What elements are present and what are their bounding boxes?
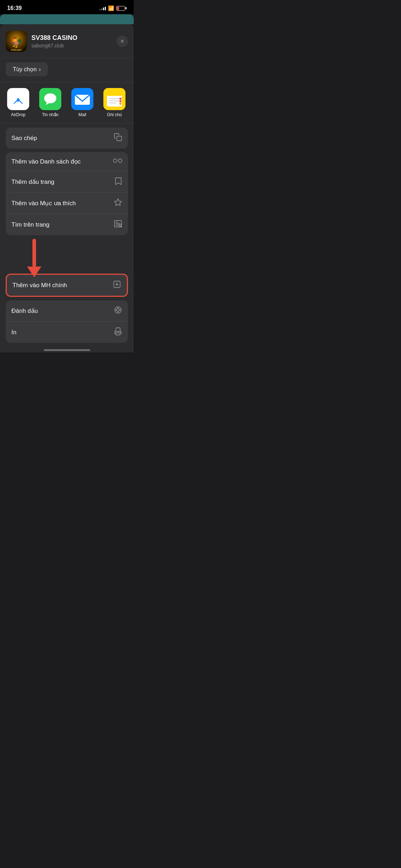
airdrop-icon [7, 88, 29, 110]
print-label: In [11, 329, 16, 336]
find-label: Tìm trên trang [11, 221, 50, 228]
svg-rect-25 [117, 136, 122, 141]
notes-icon [103, 88, 125, 110]
print-icon [114, 327, 122, 337]
svg-point-8 [44, 93, 56, 103]
home-indicator [0, 346, 134, 352]
close-icon: × [120, 38, 124, 45]
svg-point-27 [118, 159, 122, 162]
status-icons: 📶 [99, 5, 127, 11]
copy-action[interactable]: Sao chép [6, 128, 128, 149]
markup-icon [114, 306, 122, 316]
chevron-icon: › [39, 66, 41, 73]
svg-point-39 [117, 309, 119, 311]
share-app-notes[interactable]: Ghi chú [102, 88, 127, 117]
copy-icon [114, 133, 122, 143]
action-list: Sao chép Thêm vào Danh sách đọc [0, 123, 134, 343]
find-action[interactable]: Tìm trên trang [6, 214, 128, 235]
svg-text:SABong67: SABong67 [11, 49, 22, 51]
add-home-label: Thêm vào MH chính [12, 282, 67, 289]
options-label: Tùy chọn [13, 66, 37, 73]
action-group-copy: Sao chép [6, 128, 128, 149]
bookmark-icon [114, 177, 122, 187]
mail-icon [71, 88, 93, 110]
favorites-label: Thêm vào Mục ưa thích [11, 200, 76, 207]
share-header: 🐓 SABong67 SV388 CASINO sabong67.club × [0, 24, 134, 58]
battery-icon [116, 6, 127, 11]
status-bar: 16:39 📶 [0, 0, 134, 14]
home-indicator-bar [44, 349, 90, 351]
copy-label: Sao chép [11, 135, 37, 142]
bookmark-label: Thêm dấu trang [11, 178, 55, 186]
messages-icon [39, 88, 61, 110]
share-app-name: SV388 CASINO [31, 34, 112, 42]
favorites-action[interactable]: Thêm vào Mục ưa thích [6, 193, 128, 214]
wifi-icon: 📶 [108, 5, 114, 11]
share-app-mail[interactable]: Mail [70, 88, 95, 117]
status-time: 16:39 [7, 5, 22, 11]
mail-label: Mail [78, 112, 86, 117]
arrow-indicator [6, 239, 128, 277]
find-icon [114, 219, 122, 230]
svg-rect-44 [116, 333, 120, 335]
reading-list-label: Thêm vào Danh sách đọc [11, 158, 81, 165]
share-app-info: SV388 CASINO sabong67.club [31, 34, 112, 48]
print-action[interactable]: In [6, 322, 128, 343]
app-row: AirDrop Tin nhắn Mail [0, 82, 134, 123]
bookmark-action[interactable]: Thêm dấu trang [6, 171, 128, 193]
action-group-extra: Đánh dấu In [6, 300, 128, 343]
share-sheet: 🐓 SABong67 SV388 CASINO sabong67.club × … [0, 24, 134, 352]
add-home-icon [113, 280, 121, 290]
svg-point-20 [119, 103, 122, 105]
notes-label: Ghi chú [107, 112, 122, 117]
share-app-messages[interactable]: Tin nhắn [38, 88, 63, 117]
svg-point-19 [119, 100, 122, 102]
svg-point-26 [113, 159, 117, 162]
markup-label: Đánh dấu [11, 307, 38, 315]
messages-label: Tin nhắn [42, 112, 59, 117]
svg-rect-45 [116, 328, 120, 331]
markup-action[interactable]: Đánh dấu [6, 300, 128, 322]
action-group-main: Thêm vào Danh sách đọc Thêm dấu trang [6, 152, 128, 235]
close-button[interactable]: × [117, 36, 128, 47]
airdrop-label: AirDrop [11, 112, 26, 117]
svg-marker-28 [114, 199, 122, 206]
share-app-airdrop[interactable]: AirDrop [6, 88, 31, 117]
browser-peek [0, 14, 134, 24]
signal-icon [99, 6, 106, 10]
favorites-icon [114, 198, 122, 208]
options-button[interactable]: Tùy chọn › [6, 62, 48, 76]
app-icon: 🐓 SABong67 [6, 31, 27, 52]
svg-rect-14 [107, 92, 122, 96]
add-home-action[interactable]: Thêm vào MH chính [7, 275, 127, 296]
svg-text:🐓: 🐓 [10, 36, 23, 48]
share-app-url: sabong67.club [31, 43, 112, 48]
svg-point-18 [119, 98, 122, 100]
reading-list-action[interactable]: Thêm vào Danh sách đọc [6, 152, 128, 171]
reading-list-icon [113, 157, 122, 166]
options-section: Tùy chọn › [0, 58, 134, 82]
